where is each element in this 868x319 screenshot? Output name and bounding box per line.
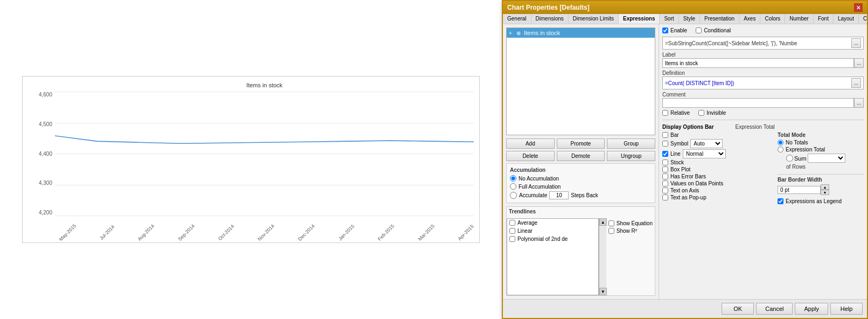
tab-axes[interactable]: Axes — [739, 14, 760, 24]
tab-colors[interactable]: Colors — [760, 14, 785, 24]
has-error-bars-checkbox[interactable] — [662, 174, 668, 179]
line-label: Line — [670, 151, 681, 157]
steps-input[interactable] — [549, 191, 569, 199]
trendline-polynomial-check[interactable] — [509, 236, 515, 242]
tab-dimension-limits[interactable]: Dimension Limits — [569, 14, 619, 24]
sum-radio[interactable] — [786, 155, 793, 162]
expression-total-label: Expression Total — [736, 124, 775, 130]
tab-sort[interactable]: Sort — [660, 14, 678, 24]
full-accumulation-radio[interactable] — [510, 183, 516, 190]
invisible-checkbox[interactable] — [698, 110, 704, 116]
show-r2-opt: Show R² — [608, 228, 653, 234]
text-as-popup-checkbox[interactable] — [662, 195, 668, 200]
trendline-average-check[interactable] — [509, 220, 515, 226]
definition-expand-btn[interactable]: ... — [851, 78, 861, 88]
no-totals-label: No Totals — [786, 140, 808, 145]
enable-checkbox[interactable] — [662, 27, 668, 33]
sum-label: Sum — [794, 155, 807, 162]
bar-checkbox[interactable] — [662, 132, 668, 138]
cancel-button[interactable]: Cancel — [756, 303, 793, 315]
help-button[interactable]: Help — [830, 303, 863, 315]
stock-checkbox[interactable] — [662, 160, 668, 165]
expressions-legend-row: Expressions as Legend — [778, 198, 864, 204]
no-accumulation-row: No Accumulation — [510, 175, 652, 182]
expressions-legend-checkbox[interactable] — [778, 198, 783, 204]
no-accumulation-radio[interactable] — [510, 175, 516, 182]
tab-dimensions[interactable]: Dimensions — [531, 14, 569, 24]
scroll-down-btn[interactable]: ▼ — [599, 288, 607, 295]
spinner-down-btn[interactable]: ▼ — [821, 190, 829, 195]
ungroup-button[interactable]: Ungroup — [607, 151, 655, 161]
tab-layout[interactable]: Layout — [834, 14, 859, 24]
formula-box[interactable]: =SubStringCount(Concat([~Sidebar Metric]… — [662, 37, 864, 50]
text-on-axis-opt-row: Text on Axis — [662, 188, 773, 193]
comment-expand-btn[interactable]: ... — [854, 98, 864, 108]
relative-checkbox[interactable] — [662, 110, 668, 116]
trendlines-section: Trendlines Average Linear Po — [506, 206, 655, 296]
label-expand-btn[interactable]: ... — [854, 58, 864, 68]
demote-button[interactable]: Demote — [557, 151, 605, 161]
conditional-checkbox[interactable] — [696, 27, 702, 33]
accumulation-section: Accumulation No Accumulation Full Accumu… — [506, 163, 655, 203]
values-on-data-points-label: Values on Data Points — [670, 181, 723, 186]
display-options-bar-label: Display Options Bar — [662, 124, 714, 130]
dialog-bottom: OK Cancel Apply Help — [503, 299, 867, 318]
tab-number[interactable]: Number — [785, 14, 814, 24]
definition-box[interactable]: =Count( DISTINCT [Item ID]) ... — [662, 77, 864, 89]
add-button[interactable]: Add — [506, 138, 555, 149]
tree-item-items-in-stock[interactable]: + ⊗ Items in stock — [507, 28, 655, 38]
expression-total-radio[interactable] — [778, 147, 783, 152]
tab-style[interactable]: Style — [679, 14, 700, 24]
tree-expand-icon: + — [509, 30, 516, 36]
box-plot-opt-row: Box Plot — [662, 167, 773, 172]
accumulate-label: Accumulate — [519, 192, 547, 198]
line-checkbox[interactable] — [662, 151, 668, 157]
spinner-up-btn[interactable]: ▲ — [821, 184, 829, 190]
promote-button[interactable]: Promote — [557, 138, 605, 149]
group-button[interactable]: Group — [607, 138, 655, 149]
symbol-select[interactable]: Auto — [690, 139, 723, 148]
show-equation-check[interactable] — [608, 220, 614, 226]
symbol-opt-row: Symbol Auto — [662, 139, 773, 148]
apply-button[interactable]: Apply — [795, 303, 828, 315]
text-on-axis-checkbox[interactable] — [662, 188, 668, 193]
stock-label: Stock — [670, 160, 684, 165]
show-r2-check[interactable] — [608, 228, 614, 234]
symbol-checkbox[interactable] — [662, 141, 668, 147]
tab-expressions[interactable]: Expressions — [619, 14, 660, 24]
sum-row: Sum — [786, 154, 864, 163]
sum-select[interactable] — [808, 154, 845, 163]
accumulate-radio[interactable] — [510, 192, 517, 199]
text-as-popup-opt-row: Text as Pop-up — [662, 195, 773, 200]
left-panel: + ⊗ Items in stock Add Promote Group Del… — [503, 24, 659, 299]
trendlines-inner: Average Linear Polynomial of 2nd de ▲ — [507, 218, 655, 295]
no-totals-radio[interactable] — [778, 140, 783, 145]
line-select[interactable]: Normal — [683, 149, 726, 158]
box-plot-checkbox[interactable] — [662, 167, 668, 172]
values-on-data-points-checkbox[interactable] — [662, 181, 668, 186]
tab-ca[interactable]: Ca — [859, 14, 867, 24]
spinner-buttons: ▲ ▼ — [821, 184, 829, 195]
spinner-row: ▲ ▼ — [778, 184, 864, 195]
close-button[interactable]: ✕ — [854, 3, 863, 12]
text-on-axis-label: Text on Axis — [670, 188, 699, 193]
delete-button[interactable]: Delete — [506, 151, 555, 161]
trendline-linear-check[interactable] — [509, 228, 515, 234]
chart-svg — [55, 92, 474, 213]
definition-field-group: Definition =Count( DISTINCT [Item ID]) .… — [662, 70, 864, 89]
expression-tree[interactable]: + ⊗ Items in stock — [506, 27, 655, 135]
tree-item-label: Items in stock — [524, 30, 560, 36]
comment-input[interactable] — [662, 98, 854, 108]
label-input[interactable] — [662, 58, 854, 68]
tab-presentation[interactable]: Presentation — [700, 14, 739, 24]
trendline-linear-label: Linear — [517, 228, 533, 234]
tab-general[interactable]: General — [503, 14, 531, 24]
trendlines-list[interactable]: Average Linear Polynomial of 2nd de — [507, 218, 599, 295]
box-plot-label: Box Plot — [670, 167, 690, 172]
ok-button[interactable]: OK — [722, 303, 754, 315]
tab-font[interactable]: Font — [814, 14, 834, 24]
bar-border-input[interactable] — [778, 186, 821, 194]
scroll-up-btn[interactable]: ▲ — [599, 218, 607, 226]
formula-expand-btn[interactable]: ... — [851, 38, 861, 48]
right-panel: Enable Conditional =SubStringCount(Conca… — [659, 24, 867, 299]
